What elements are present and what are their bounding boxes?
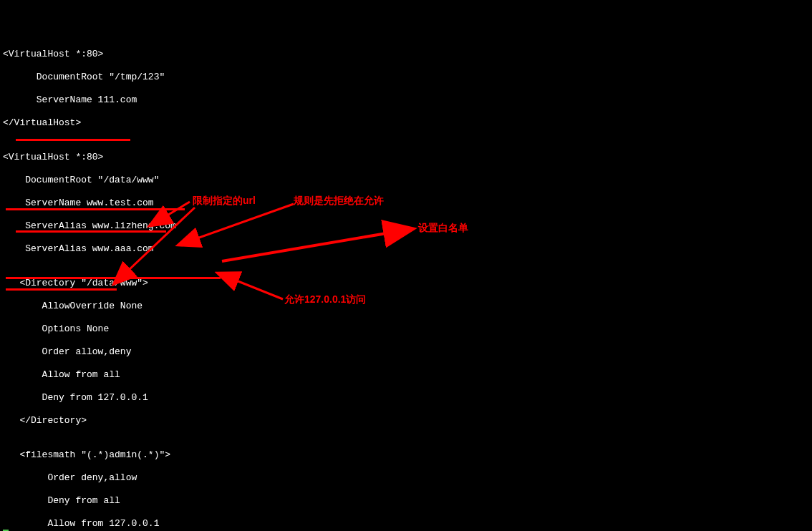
code-line: </Directory>: [3, 415, 809, 427]
code-line: <VirtualHost *:80>: [3, 49, 809, 60]
code-line: AllowOverride None: [3, 301, 809, 312]
code-line: Deny from all: [3, 495, 809, 507]
underline-directory-open: [16, 139, 130, 141]
code-line: ServerName 111.com: [3, 94, 809, 106]
annotation-limit-url: 限制指定的url: [193, 195, 256, 206]
code-line: Order deny,allow: [3, 472, 809, 484]
code-line: Order allow,deny: [3, 346, 809, 358]
code-line: <VirtualHost *:80>: [3, 152, 809, 163]
annotation-rule-deny-allow: 规则是先拒绝在允许: [294, 195, 384, 206]
code-line: Options None: [3, 323, 809, 335]
code-line: <Directory "/data/www">: [3, 278, 809, 289]
underline-filesmatch-open: [16, 230, 166, 233]
annotation-allow-local: 允许127.0.0.1访问: [284, 293, 366, 305]
annotation-whitelist: 设置白名单: [418, 222, 468, 233]
underline-filesmatch-close: [6, 288, 117, 291]
code-line: <filesmath "(.*)admin(.*)">: [3, 449, 809, 461]
code-line: ServerName www.test.com: [3, 198, 809, 209]
code-line: ServerAlias www.aaa.com: [3, 243, 809, 255]
underline-directory-close: [6, 208, 185, 210]
code-line: Allow from 127.0.0.1: [3, 518, 809, 530]
code-line: </VirtualHost>: [3, 117, 809, 129]
underline-allow-line: [6, 277, 221, 279]
code-line: DocumentRoot "/data/www": [3, 175, 809, 186]
code-line: DocumentRoot "/tmp/123": [3, 72, 809, 83]
code-line: Deny from 127.0.0.1: [3, 392, 809, 404]
code-line: Allow from all: [3, 369, 809, 381]
